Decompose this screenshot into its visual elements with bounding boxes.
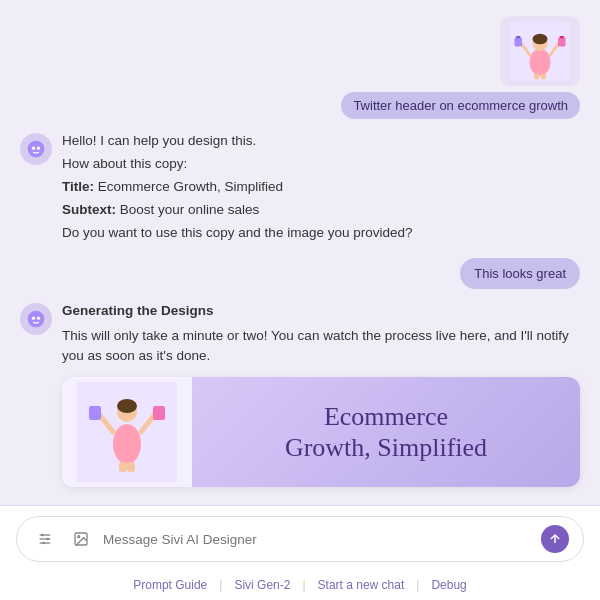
ai-title-line: Title: Ecommerce Growth, Simplified [62,177,580,198]
svg-point-15 [28,310,45,327]
ai-subtext-line: Subtext: Boost your online sales [62,200,580,221]
ai-message-2-content: Generating the Designs This will only ta… [62,301,580,488]
ai-line1: Hello! I can help you design this. [62,131,580,152]
svg-point-16 [32,316,35,319]
svg-point-13 [32,147,35,150]
design-preview-image [62,377,192,487]
svg-point-1 [530,49,551,76]
user-reply-message: This looks great [20,258,580,289]
footer-divider-1: | [219,578,222,592]
user-reply-bubble: This looks great [460,258,580,289]
svg-point-3 [533,34,548,45]
ai-avatar [20,133,52,165]
svg-point-14 [37,147,40,150]
footer-new-chat[interactable]: Start a new chat [318,578,405,592]
footer-divider-2: | [302,578,305,592]
message-input[interactable] [103,532,533,547]
svg-rect-27 [127,462,135,472]
ai-message-2: Generating the Designs This will only ta… [20,301,580,488]
svg-point-17 [37,316,40,319]
svg-point-35 [78,536,80,538]
svg-point-20 [117,399,137,413]
ai-line2: How about this copy: [62,154,580,175]
ai-line5: Do you want to use this copy and the ima… [62,223,580,244]
user-uploaded-image [500,16,580,86]
svg-rect-11 [541,74,546,80]
svg-point-12 [28,141,45,158]
svg-rect-7 [516,36,521,38]
svg-point-32 [46,538,49,541]
svg-rect-6 [515,38,523,47]
user-image-label: Twitter header on ecommerce growth [341,92,580,119]
footer-debug[interactable]: Debug [431,578,466,592]
design-preview-card: Ecommerce Growth, Simplified [62,377,580,487]
ai-avatar-2 [20,303,52,335]
footer-links: Prompt Guide | Sivi Gen-2 | Start a new … [0,572,600,600]
svg-rect-24 [89,406,101,420]
design-title: Ecommerce Growth, Simplified [285,401,487,463]
input-row [16,516,584,562]
footer-sivi-gen2[interactable]: Sivi Gen-2 [234,578,290,592]
ai-message-1-content: Hello! I can help you design this. How a… [62,131,580,246]
ai-message-1: Hello! I can help you design this. How a… [20,131,580,246]
svg-point-31 [41,534,44,537]
svg-rect-9 [560,36,565,38]
send-button[interactable] [541,525,569,553]
user-image-message: Twitter header on ecommerce growth [20,16,580,119]
settings-icon-button[interactable] [31,525,59,553]
design-preview-text: Ecommerce Growth, Simplified [192,377,580,487]
svg-rect-25 [153,406,165,420]
svg-rect-10 [534,74,539,80]
chat-area: Twitter header on ecommerce growth Hello… [0,0,600,505]
input-area [0,505,600,572]
svg-point-21 [113,424,141,464]
generating-body: This will only take a minute or two! You… [62,326,580,368]
svg-point-33 [42,542,45,545]
footer-divider-3: | [416,578,419,592]
generating-heading: Generating the Designs [62,303,214,318]
footer-prompt-guide[interactable]: Prompt Guide [133,578,207,592]
svg-rect-8 [558,38,566,47]
image-attach-button[interactable] [67,525,95,553]
svg-rect-26 [119,462,127,472]
